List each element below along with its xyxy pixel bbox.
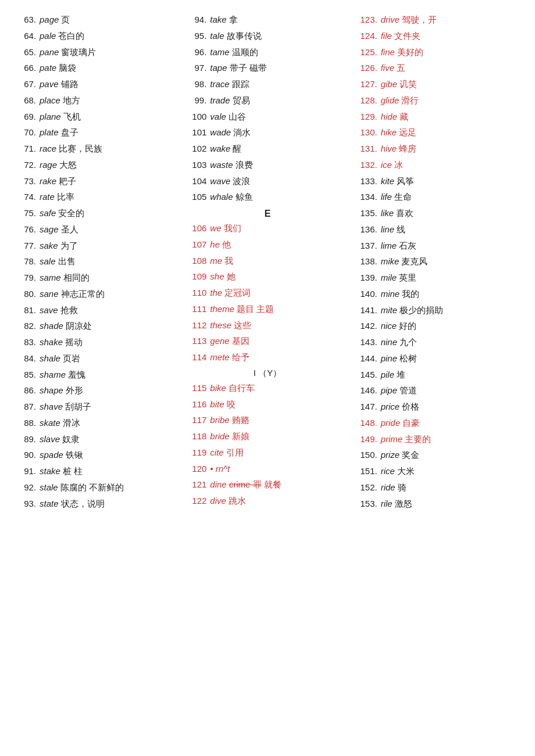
list-item: 126.five五 [359, 60, 518, 76]
entry-word: stake [40, 463, 60, 479]
entry-meaning: 抢救 [60, 302, 78, 318]
entry-number: 93. [17, 496, 40, 512]
entry-meaning: 刮胡子 [65, 399, 91, 415]
entry-number: 91. [17, 463, 40, 479]
entry-meaning: 奴隶 [62, 431, 80, 447]
list-item: 102wake醒 [188, 141, 347, 157]
entry-number: 126. [359, 60, 381, 76]
entry-meaning: 滑行 [401, 92, 419, 109]
entry-word: shade [40, 318, 63, 334]
entry-meaning: 自行车 [229, 380, 255, 396]
entry-number: 74. [17, 189, 40, 205]
entry-word: ride [381, 479, 395, 496]
entry-number: 113 [188, 333, 210, 349]
list-item: 152.ride骑 [359, 479, 518, 496]
entry-word: lime [381, 238, 397, 254]
entry-meaning: 为了 [60, 238, 78, 254]
entry-number: 149. [359, 431, 381, 447]
list-item: 101wade淌水 [188, 124, 347, 141]
entry-meaning: 线 [397, 221, 405, 238]
list-item: 144.pine松树 [359, 350, 518, 367]
entry-strikethrough: crime 罪 [229, 476, 262, 493]
entry-number: 147. [359, 399, 381, 415]
entry-number: 92. [17, 479, 40, 496]
entry-word: file [381, 28, 392, 44]
list-item: 132.ice冰 [359, 157, 518, 173]
entry-meaning: 极少的捐助 [400, 302, 443, 318]
list-item: 73.rake耙子 [17, 173, 176, 189]
entry-word: bribe [210, 412, 229, 428]
entry-word: state [40, 496, 59, 512]
list-item: 94.take拿 [188, 12, 347, 28]
list-item: 80.sane神志正常的 [17, 286, 176, 302]
entry-number: 111 [188, 301, 210, 317]
entry-meaning: 阴凉处 [66, 318, 92, 334]
list-item: 95.tale故事传说 [188, 28, 347, 44]
list-item: 119cite引用 [188, 445, 347, 461]
entry-number: 75. [17, 205, 40, 221]
entry-meaning: 价格 [402, 399, 419, 415]
entry-meaning: 醒 [233, 141, 241, 157]
entry-number: 101 [188, 124, 210, 141]
entry-number: 72. [17, 157, 40, 173]
entry-word: stale [40, 479, 58, 496]
entry-meaning: 就餐 [264, 476, 281, 493]
list-item: 139.mile英里 [359, 270, 518, 286]
entry-number: 152. [359, 479, 381, 496]
entry-number: 69. [17, 109, 40, 125]
entry-number: 96. [188, 44, 210, 60]
list-item: 98.trace跟踪 [188, 76, 347, 92]
list-item: 110the定冠词 [188, 285, 347, 301]
entry-number: 120 [188, 461, 210, 477]
entry-word: vale [210, 109, 226, 125]
entry-number: 100 [188, 109, 210, 125]
entry-word: plate [40, 124, 59, 141]
entry-number: 71. [17, 141, 40, 157]
list-item: 89.slave奴隶 [17, 431, 176, 447]
entry-word: gene [210, 333, 229, 349]
entry-word: sake [40, 238, 58, 254]
list-item: 135.like喜欢 [359, 205, 518, 221]
entry-meaning: 麦克风 [401, 253, 427, 270]
entry-meaning: 故事传说 [227, 28, 262, 44]
entry-meaning: 自豪 [402, 415, 420, 431]
entry-word: gibe [381, 76, 397, 92]
entry-word: wave [210, 173, 230, 189]
entry-word: same [40, 270, 61, 286]
list-item: 118bride新娘 [188, 428, 347, 445]
entry-number: 115 [188, 380, 210, 396]
entry-number: 88. [17, 415, 40, 431]
entry-word: dive [210, 493, 226, 509]
entry-number: 81. [17, 302, 40, 318]
entry-meaning: 藏 [400, 109, 408, 125]
list-item: 140.mine我的 [359, 286, 518, 302]
entry-word: pride [381, 415, 400, 431]
entry-number: 105 [188, 189, 210, 205]
entry-word: the [210, 285, 222, 301]
entry-number: 117 [188, 412, 210, 428]
entry-meaning: 鲸鱼 [236, 189, 253, 205]
entry-number: 151. [359, 463, 381, 479]
list-item: 107he他 [188, 237, 347, 253]
column-2: 94.take拿95.tale故事传说96.tame温顺的97.tape带子 磁… [182, 12, 352, 511]
entry-meaning: 我的 [402, 286, 419, 302]
entry-number: 153. [359, 496, 381, 512]
list-item: 75.safe安全的 [17, 205, 176, 221]
list-item: 66.pate脑袋 [17, 60, 176, 76]
entry-word: cite [210, 445, 223, 461]
entry-meaning: 贿赂 [232, 412, 249, 428]
entry-number: 87. [17, 399, 40, 415]
entry-number: 127. [359, 76, 381, 92]
entry-word: tame [210, 44, 229, 60]
entry-word: nice [381, 318, 397, 334]
entry-word: me [210, 253, 222, 269]
entry-number: 150. [359, 447, 381, 463]
entry-word: theme [210, 301, 234, 317]
list-item: 151.rice大米 [359, 463, 518, 479]
entry-number: 94. [188, 12, 210, 28]
entry-word: mete [210, 349, 229, 366]
entry-meaning: 温顺的 [232, 44, 258, 60]
list-item: 146.pipe管道 [359, 382, 518, 399]
entry-meaning: 页岩 [63, 350, 80, 367]
entry-meaning: 好的 [399, 318, 416, 334]
